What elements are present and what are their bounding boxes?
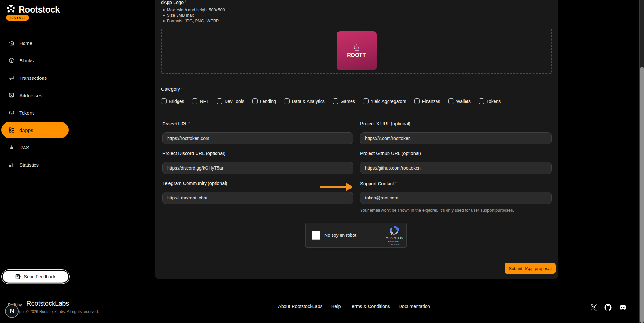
- project-url-label: Project URL*: [162, 121, 353, 126]
- home-icon: [8, 40, 15, 46]
- category-label: Category*: [161, 86, 183, 92]
- contact-card-icon: [8, 92, 15, 98]
- rootstock-logo-icon: [5, 4, 17, 15]
- page-scrollbar: [639, 0, 644, 323]
- logo-upload-dropzone[interactable]: ♘ ROOTT: [161, 28, 552, 74]
- recaptcha-label: No soy un robot: [324, 233, 356, 238]
- category-checkbox-bridges[interactable]: Bridges: [161, 98, 184, 104]
- project-discord-url-label: Project Discord URL (optional): [162, 151, 353, 156]
- testnet-badge: TESTNET: [6, 15, 29, 21]
- category-checkbox-finanzas[interactable]: Finanzas: [414, 98, 440, 104]
- project-url-input[interactable]: [162, 132, 353, 144]
- recaptcha-privacy-terms[interactable]: Privacidad - Términos: [385, 240, 404, 246]
- sidebar-item-label: Statistics: [19, 162, 39, 168]
- logo-requirement: Formats: JPG, PNG, WEBP: [162, 18, 225, 23]
- checkbox-icon[interactable]: [284, 98, 290, 104]
- checkbox-icon[interactable]: [479, 98, 484, 104]
- feedback-note-icon: [15, 274, 21, 280]
- support-contact-input[interactable]: [360, 192, 552, 204]
- transfer-arrows-icon: [8, 75, 15, 81]
- checkbox-icon[interactable]: [161, 98, 167, 104]
- sidebar-item-home[interactable]: Home: [0, 34, 70, 52]
- category-options: Bridges NFT Dev Tools Lending Data & Ana…: [161, 98, 501, 104]
- annotation-arrow-icon: [320, 183, 356, 191]
- sidebar-item-label: Home: [19, 41, 32, 46]
- sidebar-nav: Home Blocks Transactions Addresses: [0, 34, 70, 173]
- sidebar-item-label: Transactions: [19, 75, 47, 81]
- sidebar-item-transactions[interactable]: Transactions: [0, 69, 70, 87]
- required-asterisk: *: [185, 0, 186, 4]
- category-checkbox-yield-aggregators[interactable]: Yield Aggregators: [363, 98, 406, 104]
- sidebar-item-statistics[interactable]: Statistics: [0, 156, 70, 173]
- social-links: [591, 304, 627, 311]
- category-checkbox-dev-tools[interactable]: Dev Tools: [217, 98, 244, 104]
- footer-link-documentation[interactable]: Documentation: [399, 304, 430, 309]
- logo-requirement: Max. width and height 500x500: [162, 7, 225, 13]
- sidebar-item-label: Addresses: [19, 93, 42, 98]
- scrollbar-thumb[interactable]: [640, 67, 644, 323]
- checkbox-icon[interactable]: [448, 98, 454, 104]
- uploaded-logo-preview[interactable]: ♘ ROOTT: [337, 31, 377, 70]
- project-github-url-label: Project Github URL (optional): [360, 151, 552, 156]
- logo-requirements-list: Max. width and height 500x500 Size 3MB m…: [162, 7, 225, 23]
- recaptcha-widget: No soy un robot reCAPTCHA Privacidad - T…: [305, 223, 407, 248]
- telegram-community-input[interactable]: [162, 192, 353, 204]
- cube-icon: [8, 57, 15, 64]
- required-asterisk: *: [395, 181, 397, 186]
- sidebar-item-ras[interactable]: RAS: [0, 139, 70, 156]
- dapps-grid-icon: [8, 127, 15, 133]
- logo-requirement: Size 3MB max: [162, 13, 225, 18]
- bar-chart-icon: [8, 162, 15, 168]
- sidebar-item-dapps[interactable]: dApps: [1, 122, 69, 138]
- checkbox-icon[interactable]: [192, 98, 197, 104]
- category-checkbox-games[interactable]: Games: [333, 98, 355, 104]
- rootstocklabs-link[interactable]: RootstockLabs: [26, 300, 69, 307]
- checkbox-icon[interactable]: [363, 98, 369, 104]
- footer-link-help[interactable]: Help: [331, 304, 341, 309]
- project-github-url-input[interactable]: [360, 162, 552, 174]
- checkbox-icon[interactable]: [217, 98, 222, 104]
- category-checkbox-lending[interactable]: Lending: [252, 98, 276, 104]
- sidebar-item-label: Tokens: [19, 110, 35, 115]
- category-checkbox-tokens[interactable]: Tokens: [479, 98, 501, 104]
- sidebar-item-tokens[interactable]: Tokens: [0, 104, 70, 121]
- recaptcha-checkbox[interactable]: [312, 231, 320, 240]
- recaptcha-wordmark: reCAPTCHA: [385, 236, 404, 240]
- submit-dapp-proposal-button[interactable]: Submit dApp proposal: [505, 263, 556, 274]
- n-cursor-badge: N: [5, 304, 19, 318]
- checkbox-icon[interactable]: [252, 98, 258, 104]
- sidebar-item-label: RAS: [19, 145, 29, 150]
- x-twitter-icon[interactable]: [591, 304, 597, 311]
- checkbox-icon[interactable]: [414, 98, 420, 104]
- category-checkbox-wallets[interactable]: Wallets: [448, 98, 471, 104]
- discord-icon[interactable]: [619, 304, 627, 311]
- support-contact-label: Support Contact*: [360, 181, 552, 186]
- brand-name: Rootstock: [19, 5, 60, 15]
- support-contact-hint: Your email won't be shown in the explore…: [360, 208, 514, 213]
- sidebar-item-label: Blocks: [19, 58, 34, 63]
- footer-link-about[interactable]: About RootstockLabs: [278, 304, 322, 309]
- project-x-url-input[interactable]: [360, 132, 552, 144]
- project-discord-url-input[interactable]: [162, 162, 353, 174]
- mountain-icon: [8, 144, 15, 151]
- copyright-text: Copyright © 2026 RootstockLabs. All righ…: [8, 309, 99, 314]
- logo-tile-text: ROOTT: [347, 52, 366, 58]
- footer-links: About RootstockLabs Help Terms & Conditi…: [278, 304, 430, 309]
- dapp-proposal-form: dApp Logo* Max. width and height 500x500…: [155, 0, 558, 279]
- sidebar-item-blocks[interactable]: Blocks: [0, 52, 70, 69]
- sidebar-item-addresses[interactable]: Addresses: [0, 87, 70, 104]
- github-icon[interactable]: [604, 304, 612, 311]
- send-feedback-button[interactable]: Send Feedback: [3, 271, 68, 283]
- knight-icon: ♘: [352, 43, 360, 52]
- brand[interactable]: Rootstock: [5, 4, 60, 15]
- required-asterisk: *: [188, 121, 190, 126]
- category-checkbox-data-analytics[interactable]: Data & Analytics: [284, 98, 325, 104]
- footer-link-terms[interactable]: Terms & Conditions: [350, 304, 390, 309]
- category-checkbox-nft[interactable]: NFT: [192, 98, 208, 104]
- sidebar-item-label: dApps: [19, 127, 33, 133]
- project-x-url-label: Project X URL (optional): [360, 121, 552, 126]
- send-feedback-label: Send Feedback: [24, 274, 55, 279]
- dapp-logo-label: dApp Logo*: [161, 0, 186, 5]
- footer: N Built by RootstockLabs Copyright © 202…: [0, 287, 644, 323]
- checkbox-icon[interactable]: [333, 98, 338, 104]
